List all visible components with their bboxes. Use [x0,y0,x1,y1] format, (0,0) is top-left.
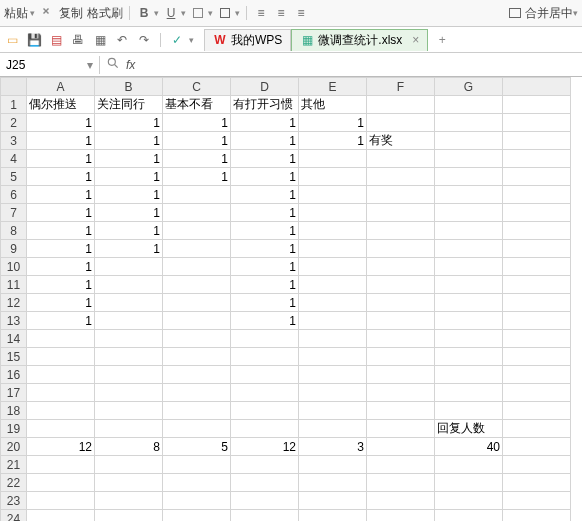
cell-C24[interactable] [163,510,231,522]
row-header-5[interactable]: 5 [1,168,27,186]
cell-B11[interactable] [95,276,163,294]
cell-B9[interactable]: 1 [95,240,163,258]
open-icon[interactable]: ▭ [4,32,20,48]
row-header-18[interactable]: 18 [1,402,27,420]
cell-F18[interactable] [367,402,435,420]
cell-B4[interactable]: 1 [95,150,163,168]
cell-C1[interactable]: 基本不看 [163,96,231,114]
cell-C13[interactable] [163,312,231,330]
column-header-A[interactable]: A [27,78,95,96]
cell-G23[interactable] [435,492,503,510]
cell-B13[interactable] [95,312,163,330]
cell-A7[interactable]: 1 [27,204,95,222]
cell-D6[interactable]: 1 [231,186,299,204]
column-header-G[interactable]: G [435,78,503,96]
cell-C17[interactable] [163,384,231,402]
row-header-13[interactable]: 13 [1,312,27,330]
cell-D24[interactable] [231,510,299,522]
cell-extra-3[interactable] [503,132,571,150]
cell-B6[interactable]: 1 [95,186,163,204]
checkmark-icon[interactable]: ✓ [169,32,185,48]
cell-A4[interactable]: 1 [27,150,95,168]
cell-G4[interactable] [435,150,503,168]
cell-C15[interactable] [163,348,231,366]
cell-A24[interactable] [27,510,95,522]
cell-G14[interactable] [435,330,503,348]
cell-C7[interactable] [163,204,231,222]
cell-G13[interactable] [435,312,503,330]
cell-A19[interactable] [27,420,95,438]
cell-A12[interactable]: 1 [27,294,95,312]
row-header-12[interactable]: 12 [1,294,27,312]
cell-extra-9[interactable] [503,240,571,258]
new-tab-button[interactable]: + [432,33,452,47]
cell-B8[interactable]: 1 [95,222,163,240]
cell-E17[interactable] [299,384,367,402]
cell-extra-1[interactable] [503,96,571,114]
cell-G17[interactable] [435,384,503,402]
cell-extra-15[interactable] [503,348,571,366]
cell-G16[interactable] [435,366,503,384]
cell-D18[interactable] [231,402,299,420]
cell-A14[interactable] [27,330,95,348]
cell-A15[interactable] [27,348,95,366]
cell-B1[interactable]: 关注同行 [95,96,163,114]
cell-C12[interactable] [163,294,231,312]
row-header-1[interactable]: 1 [1,96,27,114]
cell-D3[interactable]: 1 [231,132,299,150]
column-header-extra[interactable] [503,78,571,96]
row-header-21[interactable]: 21 [1,456,27,474]
cell-F22[interactable] [367,474,435,492]
cell-C14[interactable] [163,330,231,348]
cell-D7[interactable]: 1 [231,204,299,222]
column-header-C[interactable]: C [163,78,231,96]
cell-E18[interactable] [299,402,367,420]
row-header-11[interactable]: 11 [1,276,27,294]
cell-extra-13[interactable] [503,312,571,330]
cell-G11[interactable] [435,276,503,294]
cell-E22[interactable] [299,474,367,492]
cell-A1[interactable]: 偶尔推送 [27,96,95,114]
pdf-icon[interactable]: ▤ [48,32,64,48]
row-header-6[interactable]: 6 [1,186,27,204]
cell-F17[interactable] [367,384,435,402]
cell-extra-22[interactable] [503,474,571,492]
row-header-17[interactable]: 17 [1,384,27,402]
cut-icon[interactable] [39,5,55,21]
cell-extra-8[interactable] [503,222,571,240]
cell-E9[interactable] [299,240,367,258]
cell-F15[interactable] [367,348,435,366]
cell-E21[interactable] [299,456,367,474]
cell-extra-16[interactable] [503,366,571,384]
tab-document[interactable]: ▦ 微调查统计.xlsx × [291,29,428,51]
cell-E1[interactable]: 其他 [299,96,367,114]
row-header-9[interactable]: 9 [1,240,27,258]
cell-A2[interactable]: 1 [27,114,95,132]
cell-G9[interactable] [435,240,503,258]
cell-D22[interactable] [231,474,299,492]
cell-G20[interactable]: 40 [435,438,503,456]
cell-A10[interactable]: 1 [27,258,95,276]
cell-E12[interactable] [299,294,367,312]
cell-B3[interactable]: 1 [95,132,163,150]
row-header-7[interactable]: 7 [1,204,27,222]
cell-extra-5[interactable] [503,168,571,186]
cell-E11[interactable] [299,276,367,294]
cell-E13[interactable] [299,312,367,330]
paste-button[interactable]: 粘贴 [4,5,28,22]
cell-G18[interactable] [435,402,503,420]
undo-icon[interactable]: ↶ [114,32,130,48]
row-header-8[interactable]: 8 [1,222,27,240]
cell-B15[interactable] [95,348,163,366]
cell-B7[interactable]: 1 [95,204,163,222]
cell-G24[interactable] [435,510,503,522]
cell-extra-10[interactable] [503,258,571,276]
cell-D12[interactable]: 1 [231,294,299,312]
cell-extra-14[interactable] [503,330,571,348]
border-icon[interactable] [217,5,233,21]
cell-C22[interactable] [163,474,231,492]
bold-icon[interactable]: B [136,5,152,21]
cell-F19[interactable] [367,420,435,438]
cell-B21[interactable] [95,456,163,474]
cell-extra-7[interactable] [503,204,571,222]
